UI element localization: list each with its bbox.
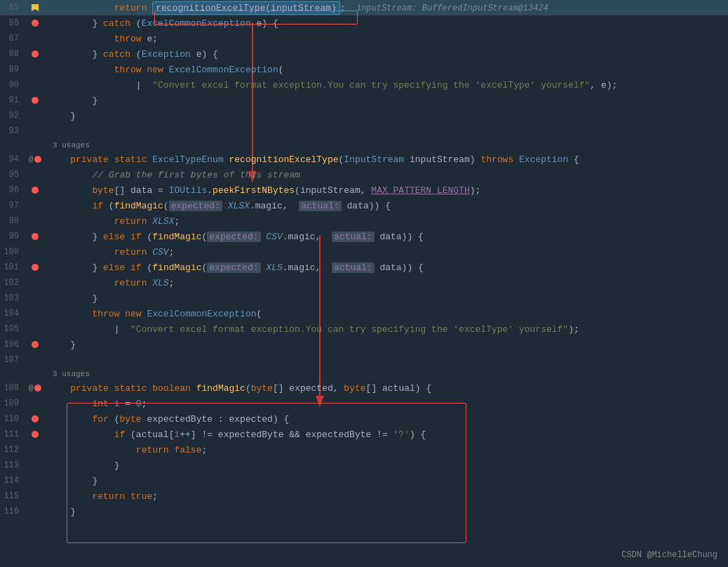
code-line-93: 93 bbox=[0, 124, 728, 139]
code-line-92: 92 } bbox=[0, 108, 728, 124]
code-content-97: if (findMagic(expected: XLSX.magic, actu… bbox=[46, 201, 728, 211]
code-content-112: return false; bbox=[46, 445, 728, 455]
line-num-108: 108 bbox=[0, 383, 25, 393]
code-content-108: private static boolean findMagic(byte[] … bbox=[46, 383, 728, 394]
code-line-115: 115 return true; bbox=[0, 488, 728, 504]
code-line-87: 87 throw e; bbox=[0, 31, 728, 46]
code-line-112: 112 return false; bbox=[0, 442, 728, 458]
line-num-110: 110 bbox=[0, 414, 25, 424]
gutter-91 bbox=[25, 97, 46, 104]
line-num-95: 95 bbox=[0, 170, 25, 180]
code-line-88: 88 } catch (Exception e) { bbox=[0, 46, 728, 62]
code-content-103: } bbox=[46, 293, 728, 304]
code-content-115: return true; bbox=[46, 491, 728, 502]
line-num-112: 112 bbox=[0, 445, 25, 455]
code-line-91: 91 } bbox=[0, 93, 728, 108]
code-content-105: | "Convert excel format exception.You ca… bbox=[46, 324, 728, 335]
gutter-96 bbox=[25, 187, 46, 194]
code-line-98: 98 return XLSX; bbox=[0, 213, 728, 229]
code-line-104: 104 throw new ExcelCommonException( bbox=[0, 306, 728, 321]
breakpoint-icon-91 bbox=[32, 97, 39, 104]
line-num-104: 104 bbox=[0, 309, 25, 319]
line-num-115: 115 bbox=[0, 491, 25, 501]
line-num-109: 109 bbox=[0, 399, 25, 408]
code-content-91: } bbox=[46, 95, 728, 106]
line-num-89: 89 bbox=[0, 65, 25, 74]
gutter-99 bbox=[25, 233, 46, 240]
code-content-92: } bbox=[46, 111, 728, 121]
gutter-101 bbox=[25, 264, 46, 271]
bookmark-icon-85 bbox=[32, 4, 39, 11]
code-content-85: return recognitionExcelType(inputStream)… bbox=[46, 3, 728, 13]
breakpoint-icon-108 bbox=[34, 385, 41, 392]
line-num-101: 101 bbox=[0, 262, 25, 272]
code-line-108: 108 @ private static boolean findMagic(b… bbox=[0, 380, 728, 396]
line-num-87: 87 bbox=[0, 34, 25, 44]
code-line-90: 90 | "Convert excel format exception.You… bbox=[0, 77, 728, 93]
code-line-109: 109 int i = 0; bbox=[0, 396, 728, 411]
line-num-114: 114 bbox=[0, 476, 25, 486]
code-line-114: 114 } bbox=[0, 473, 728, 488]
line-num-107: 107 bbox=[0, 355, 25, 365]
line-num-90: 90 bbox=[0, 80, 25, 90]
code-line-102: 102 return XLS; bbox=[0, 275, 728, 291]
gutter-106 bbox=[25, 341, 46, 348]
at-sign-108: @ bbox=[29, 384, 34, 392]
code-line-105: 105 | "Convert excel format exception.Yo… bbox=[0, 321, 728, 337]
code-line-85: 85 return recognitionExcelType(inputStre… bbox=[0, 0, 728, 15]
code-content-101: } else if (findMagic(expected: XLS.magic… bbox=[46, 262, 728, 273]
code-line-116: 116 } bbox=[0, 504, 728, 519]
code-content-90: | "Convert excel format exception.You ca… bbox=[46, 80, 728, 91]
code-line-100: 100 return CSV; bbox=[0, 244, 728, 260]
code-content-113: } bbox=[46, 460, 728, 471]
breakpoint-icon-101 bbox=[32, 264, 39, 271]
code-line-106: 106 } bbox=[0, 337, 728, 352]
code-line-99: 99 } else if (findMagic(expected: CSV.ma… bbox=[0, 229, 728, 244]
code-content-99: } else if (findMagic(expected: CSV.magic… bbox=[46, 232, 728, 242]
gutter-85 bbox=[25, 4, 46, 11]
code-line-101: 101 } else if (findMagic(expected: XLS.m… bbox=[0, 260, 728, 275]
breakpoint-icon-110 bbox=[32, 415, 39, 422]
breakpoint-icon-88 bbox=[32, 51, 39, 58]
breakpoint-icon-99 bbox=[32, 233, 39, 240]
line-num-93: 93 bbox=[0, 126, 25, 136]
code-line-89: 89 throw new ExcelCommonException( bbox=[0, 62, 728, 77]
code-content-114: } bbox=[46, 476, 728, 486]
code-line-94: 94 @ private static ExcelTypeEnum recogn… bbox=[0, 152, 728, 167]
line-num-102: 102 bbox=[0, 278, 25, 288]
gutter-88 bbox=[25, 51, 46, 58]
line-num-113: 113 bbox=[0, 460, 25, 470]
watermark: CSDN @MichelleChung bbox=[621, 550, 717, 560]
code-content-104: throw new ExcelCommonException( bbox=[46, 309, 728, 319]
line-num-97: 97 bbox=[0, 201, 25, 211]
code-content-110: for (byte expectedByte : expected) { bbox=[46, 414, 728, 425]
code-line-97: 97 if (findMagic(expected: XLSX.magic, a… bbox=[0, 198, 728, 213]
line-num-91: 91 bbox=[0, 95, 25, 105]
line-num-88: 88 bbox=[0, 49, 25, 59]
line-num-100: 100 bbox=[0, 247, 25, 257]
breakpoint-icon-86 bbox=[32, 20, 39, 27]
line-num-85: 85 bbox=[0, 3, 25, 13]
code-content-87: throw e; bbox=[46, 34, 728, 44]
code-content-94: private static ExcelTypeEnum recognition… bbox=[46, 154, 728, 165]
code-content-106: } bbox=[46, 340, 728, 350]
line-num-103: 103 bbox=[0, 293, 25, 303]
code-line-96: 96 byte[] data = IOUtils.peekFirstNBytes… bbox=[0, 182, 728, 198]
breakpoint-icon-106 bbox=[32, 341, 39, 348]
usages-label-94: 3 usages bbox=[0, 139, 728, 152]
line-num-92: 92 bbox=[0, 111, 25, 121]
code-line-111: 111 if (actual[i++] != expectedByte && e… bbox=[0, 427, 728, 442]
gutter-108: @ bbox=[25, 384, 46, 392]
gutter-110 bbox=[25, 415, 46, 422]
code-content-88: } catch (Exception e) { bbox=[46, 49, 728, 60]
gutter-94: @ bbox=[25, 155, 46, 164]
line-num-116: 116 bbox=[0, 507, 25, 516]
line-num-94: 94 bbox=[0, 154, 25, 164]
gutter-86 bbox=[25, 20, 46, 27]
code-content-86: } catch (ExcelCommonException e) { bbox=[46, 18, 728, 29]
code-content-95: // Grab the first bytes of this stream bbox=[46, 170, 728, 180]
code-line-113: 113 } bbox=[0, 458, 728, 473]
line-num-111: 111 bbox=[0, 429, 25, 439]
at-sign-94: @ bbox=[29, 155, 34, 164]
code-content-109: int i = 0; bbox=[46, 399, 728, 409]
